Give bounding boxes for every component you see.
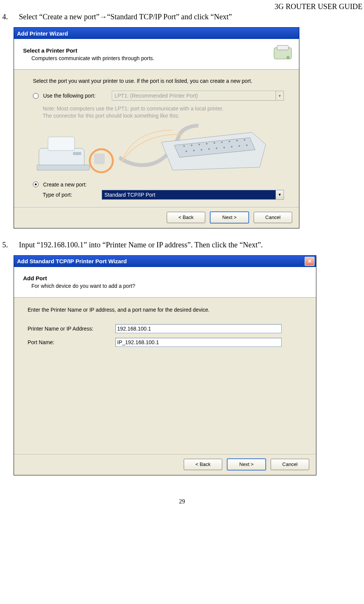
svg-point-8 <box>191 144 192 146</box>
dialog2-banner-title: Add Port <box>23 275 310 281</box>
svg-point-10 <box>206 143 208 144</box>
dialog1-buttonbar: < Back Next > Cancel <box>14 207 299 228</box>
dialog1-titlebar: Add Printer Wizard <box>14 28 299 39</box>
cancel-button[interactable]: Cancel <box>271 459 309 470</box>
svg-point-13 <box>229 141 230 142</box>
next-button[interactable]: Next > <box>210 211 249 224</box>
radio-create-port-label: Create a new port: <box>43 182 87 188</box>
step-5: 5. Input “192.168.100.1” into “Printer N… <box>0 241 364 249</box>
page-number: 29 <box>0 498 364 505</box>
back-button[interactable]: < Back <box>167 212 205 223</box>
svg-point-20 <box>216 148 217 149</box>
dialog2-title: Add Standard TCP/IP Printer Port Wizard <box>17 258 127 264</box>
printer-icon <box>37 133 97 175</box>
use-port-combo: LPT1: (Recommended Printer Port) ▼ <box>112 91 284 101</box>
svg-rect-4 <box>48 137 74 151</box>
svg-point-18 <box>201 149 202 151</box>
dialog1-banner: Select a Printer Port Computers communic… <box>14 39 299 70</box>
use-port-value: LPT1: (Recommended Printer Port) <box>112 93 198 99</box>
dialog2-buttonbar: < Back Next > Cancel <box>14 453 316 475</box>
svg-point-14 <box>236 140 238 141</box>
parallel-connector-icon <box>158 131 267 172</box>
svg-point-7 <box>183 145 185 147</box>
type-of-port-label: Type of port: <box>43 192 97 198</box>
dialog2-instruction: Enter the Printer Name or IP address, an… <box>28 307 302 313</box>
dialog2-banner-sub: For which device do you want to add a po… <box>23 283 310 289</box>
printer-ip-label: Printer Name or IP Address: <box>28 326 115 332</box>
cancel-button[interactable]: Cancel <box>254 212 292 223</box>
svg-point-19 <box>208 148 210 150</box>
svg-point-2 <box>287 56 290 59</box>
small-plug-icon <box>94 154 105 164</box>
dialog1-banner-sub: Computers communicate with printers thro… <box>23 55 273 61</box>
svg-point-21 <box>223 147 225 148</box>
chevron-down-icon[interactable]: ▼ <box>276 190 283 199</box>
svg-point-24 <box>246 144 248 146</box>
dialog1-title: Add Printer Wizard <box>17 30 68 37</box>
step-4-num: 4. <box>2 12 10 21</box>
add-printer-wizard-dialog: Add Printer Wizard Select a Printer Port… <box>14 27 299 228</box>
svg-rect-5 <box>37 165 90 170</box>
step-4-text: Select “Create a new port”→“Standard TCP… <box>19 12 364 21</box>
port-name-label: Port Name: <box>28 339 115 345</box>
dialog2-banner: Add Port For which device do you want to… <box>14 267 316 298</box>
type-of-port-value: Standard TCP/IP Port <box>102 192 155 198</box>
step-5-num: 5. <box>2 241 10 249</box>
svg-point-11 <box>214 142 215 144</box>
step-5-text: Input “192.168.100.1” into “Printer Name… <box>19 241 364 249</box>
svg-point-16 <box>186 151 187 152</box>
back-button[interactable]: < Back <box>184 459 222 470</box>
radio-use-port-label: Use the following port: <box>43 93 107 99</box>
port-illustration <box>33 123 275 176</box>
next-button[interactable]: Next > <box>227 458 266 470</box>
type-of-port-combo[interactable]: Standard TCP/IP Port ▼ <box>102 190 284 200</box>
svg-point-22 <box>231 146 232 148</box>
tcpip-port-wizard-dialog: Add Standard TCP/IP Printer Port Wizard … <box>14 255 316 475</box>
svg-point-9 <box>198 144 200 145</box>
svg-rect-6 <box>73 152 81 155</box>
svg-point-12 <box>221 141 223 143</box>
radio-create-port[interactable] <box>33 182 39 187</box>
svg-rect-1 <box>277 45 288 50</box>
svg-point-17 <box>193 150 195 151</box>
svg-point-23 <box>239 145 240 147</box>
dialog1-note: Note: Most computers use the LPT1: port … <box>43 105 284 120</box>
svg-point-15 <box>244 139 245 141</box>
radio-use-port[interactable] <box>33 93 39 99</box>
chevron-down-icon: ▼ <box>276 91 283 100</box>
printer-port-icon <box>273 44 293 64</box>
printer-ip-input[interactable]: 192.168.100.1 <box>115 324 282 333</box>
doc-header: 3G ROUTER USER GUIDE <box>0 0 364 11</box>
note-line1: Note: Most computers use the LPT1: port … <box>43 105 284 112</box>
dialog1-prompt: Select the port you want your printer to… <box>33 78 284 84</box>
close-icon[interactable]: ✕ <box>305 257 314 266</box>
dialog2-titlebar: Add Standard TCP/IP Printer Port Wizard … <box>14 256 316 267</box>
port-name-input[interactable]: IP_192.168.100.1 <box>115 338 282 347</box>
dialog1-banner-title: Select a Printer Port <box>23 47 273 54</box>
step-4: 4. Select “Create a new port”→“Standard … <box>0 12 364 21</box>
note-line2: The connector for this port should look … <box>43 112 284 120</box>
